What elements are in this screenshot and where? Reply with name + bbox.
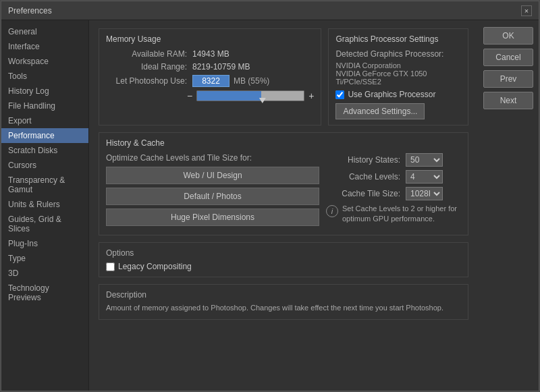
available-ram-row: Available RAM: 14943 MB	[106, 49, 314, 59]
sidebar-item-scratch-disks[interactable]: Scratch Disks	[1, 143, 88, 158]
cache-right: History States: 50 Cache Levels: 4	[326, 153, 461, 229]
graphics-title: Graphics Processor Settings	[335, 34, 461, 44]
main-content: Memory Usage Available RAM: 14943 MB Ide…	[89, 20, 478, 391]
memory-title: Memory Usage	[106, 34, 314, 44]
cache-left: Optimize Cache Levels and Tile Size for:…	[106, 153, 319, 229]
options-title: Options	[106, 248, 461, 258]
cache-levels-row: Cache Levels: 4	[326, 170, 461, 184]
sidebar-item-units-rulers[interactable]: Units & Rulers	[1, 197, 88, 212]
dialog-title: Preferences	[8, 6, 52, 16]
ideal-range-label: Ideal Range:	[106, 62, 187, 72]
dialog-body: General Interface Workspace Tools Histor…	[1, 20, 539, 391]
info-icon: i	[326, 205, 338, 217]
sidebar-item-workspace[interactable]: Workspace	[1, 54, 88, 69]
description-text: Amount of memory assigned to Photoshop. …	[106, 302, 461, 314]
memory-use-input[interactable]	[192, 75, 230, 87]
sidebar-item-performance[interactable]: Performance	[1, 128, 88, 143]
web-ui-design-button[interactable]: Web / UI Design	[106, 167, 319, 184]
sidebar-item-tools[interactable]: Tools	[1, 69, 88, 84]
gpu-info-text: Set Cache Levels to 2 or higher for opti…	[342, 204, 461, 225]
slider-plus[interactable]: +	[308, 90, 314, 101]
cache-top: Optimize Cache Levels and Tile Size for:…	[106, 153, 461, 229]
memory-section: Memory Usage Available RAM: 14943 MB Ide…	[99, 28, 321, 125]
available-ram-label: Available RAM:	[106, 49, 187, 59]
use-row: Let Photoshop Use: MB (55%)	[106, 75, 314, 87]
sidebar-item-3d[interactable]: 3D	[1, 266, 88, 281]
gpu-company: NVIDIA Corporation	[335, 61, 461, 69]
title-bar: Preferences ×	[1, 1, 539, 20]
use-gpu-checkbox[interactable]	[335, 90, 344, 99]
sidebar-item-plug-ins[interactable]: Plug-Ins	[1, 236, 88, 251]
cache-levels-label: Cache Levels:	[326, 172, 400, 181]
options-section: Options Legacy Compositing	[99, 242, 468, 277]
use-label: Let Photoshop Use:	[106, 76, 187, 86]
sidebar-item-file-handling[interactable]: File Handling	[1, 99, 88, 113]
huge-pixel-button[interactable]: Huge Pixel Dimensions	[106, 208, 319, 226]
available-ram-value: 14943 MB	[192, 49, 230, 59]
gpu-model: NVIDIA GeForce GTX 1050 Ti/PCIe/SSE2	[335, 69, 461, 86]
cache-tile-label: Cache Tile Size:	[326, 189, 400, 198]
preferences-dialog: Preferences × General Interface Workspac…	[1, 1, 539, 391]
description-section: Description Amount of memory assigned to…	[99, 284, 468, 320]
cache-levels-select[interactable]: 4	[406, 170, 443, 184]
sidebar-item-history-log[interactable]: History Log	[1, 84, 88, 99]
use-gpu-row: Use Graphics Processor	[335, 90, 461, 99]
detected-label: Detected Graphics Processor:	[335, 49, 461, 59]
sidebar-item-tech-previews[interactable]: Technology Previews	[1, 281, 88, 305]
sidebar-item-general[interactable]: General	[1, 24, 88, 39]
cancel-button[interactable]: Cancel	[483, 49, 533, 66]
history-states-select[interactable]: 50	[406, 153, 443, 167]
next-button[interactable]: Next	[483, 92, 533, 109]
default-photos-button[interactable]: Default / Photos	[106, 188, 319, 205]
ideal-range-value: 8219-10759 MB	[192, 62, 250, 72]
legacy-row: Legacy Compositing	[106, 262, 461, 271]
sidebar-item-cursors[interactable]: Cursors	[1, 158, 88, 173]
history-states-label: History States:	[326, 155, 400, 165]
cache-tile-row: Cache Tile Size: 1028K	[326, 187, 461, 200]
close-button[interactable]: ×	[521, 5, 532, 16]
ideal-range-row: Ideal Range: 8219-10759 MB	[106, 62, 314, 72]
top-sections: Memory Usage Available RAM: 14943 MB Ide…	[99, 28, 468, 125]
prev-button[interactable]: Prev	[483, 70, 533, 88]
history-cache-title: History & Cache	[106, 138, 461, 148]
legacy-compositing-label: Legacy Compositing	[118, 262, 192, 271]
sidebar: General Interface Workspace Tools Histor…	[1, 20, 89, 391]
gpu-info-box: i Set Cache Levels to 2 or higher for op…	[326, 204, 461, 225]
slider-minus[interactable]: −	[187, 90, 192, 101]
slider-thumb	[259, 98, 266, 103]
ok-button[interactable]: OK	[483, 27, 533, 45]
cache-tile-select[interactable]: 1028K	[406, 187, 443, 200]
sidebar-item-type[interactable]: Type	[1, 251, 88, 266]
advanced-settings-button[interactable]: Advanced Settings...	[335, 103, 425, 119]
optimize-label: Optimize Cache Levels and Tile Size for:	[106, 153, 319, 163]
history-cache-section: History & Cache Optimize Cache Levels an…	[99, 132, 468, 235]
use-gpu-label: Use Graphics Processor	[348, 90, 435, 99]
graphics-section: Graphics Processor Settings Detected Gra…	[328, 28, 468, 125]
sidebar-item-guides-grid[interactable]: Guides, Grid & Slices	[1, 212, 88, 236]
memory-percent: MB (55%)	[234, 76, 269, 86]
history-states-row: History States: 50	[326, 153, 461, 167]
slider-row: − +	[106, 90, 314, 101]
legacy-compositing-checkbox[interactable]	[106, 262, 115, 271]
sidebar-item-interface[interactable]: Interface	[1, 39, 88, 54]
sidebar-item-transparency-gamut[interactable]: Transparency & Gamut	[1, 173, 88, 197]
description-title: Description	[106, 290, 461, 300]
memory-slider[interactable]	[196, 90, 304, 101]
right-buttons: OK Cancel Prev Next	[478, 20, 539, 391]
sidebar-item-export[interactable]: Export	[1, 113, 88, 128]
